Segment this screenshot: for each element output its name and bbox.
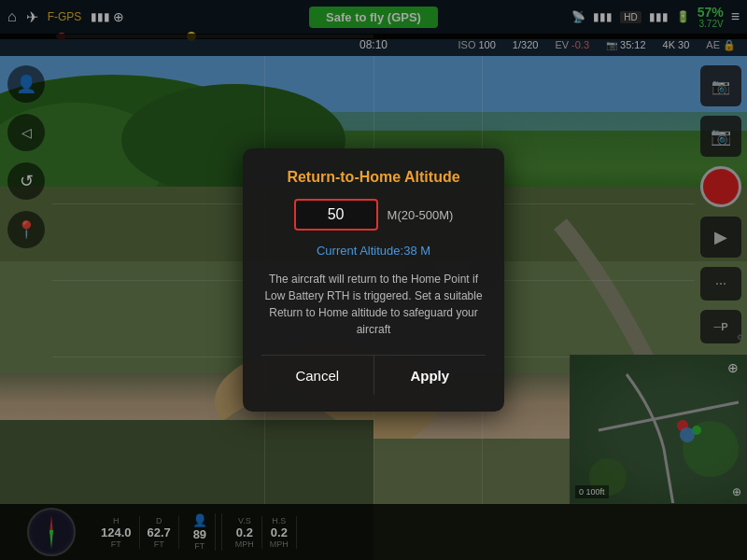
modal-input-row: M(20-500M)	[294, 199, 454, 231]
modal-buttons: Cancel Apply	[261, 355, 486, 395]
unit-hint: M(20-500M)	[388, 208, 454, 222]
cancel-button[interactable]: Cancel	[261, 356, 374, 395]
current-altitude-display: Current Altitude:38 M	[317, 244, 430, 258]
rth-altitude-modal: Return-to-Home Altitude M(20-500M) Curre…	[243, 148, 504, 412]
modal-title: Return-to-Home Altitude	[287, 169, 459, 186]
modal-description: The aircraft will return to the Home Poi…	[261, 271, 486, 338]
altitude-input[interactable]	[294, 199, 378, 231]
apply-button[interactable]: Apply	[374, 356, 486, 395]
modal-overlay: Return-to-Home Altitude M(20-500M) Curre…	[0, 0, 747, 560]
